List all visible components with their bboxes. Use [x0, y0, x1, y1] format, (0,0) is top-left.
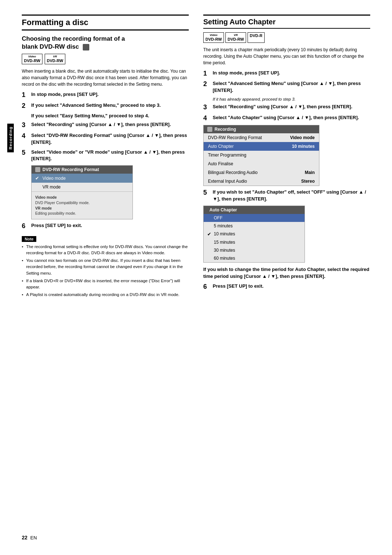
right-step-2: 2 Select "Advanced Setting Menu" using [… — [203, 80, 370, 94]
note-item-4: A Playlist is created automatically duri… — [22, 292, 189, 298]
rec-row-auto-finalise: Auto Finalise — [204, 159, 319, 168]
right-step-3: 3 Select "Recording" using [Cursor ▲ / ▼… — [203, 104, 370, 112]
disc-icon — [83, 44, 89, 50]
ac-item-10min: ✔ 10 minutes — [204, 230, 305, 238]
checkmark-icon: ✔ — [35, 175, 40, 181]
disc-badges-right: Video DVD-RW VR DVD-RW DVD-R — [203, 32, 370, 43]
rec-row-auto-chapter: Auto Chapter 10 minutes — [204, 142, 319, 151]
section-title-right: Setting Auto Chapter — [203, 18, 370, 29]
menu-description: Video modeDVD Player Compatibility mode.… — [32, 191, 132, 219]
page-footer: 22 EN — [22, 535, 370, 540]
right-step-6: 6 Press [SET UP] to exit. — [203, 283, 370, 291]
auto-chapter-menu: Auto Chapter OFF 5 minutes ✔ 10 minutes … — [203, 206, 305, 263]
ac-item-5min: 5 minutes — [204, 222, 305, 230]
step-6: 6 Press [SET UP] to exit. — [22, 222, 189, 230]
right-intro: The unit inserts a chapter mark periodic… — [203, 46, 370, 66]
ac-item-15min: 15 minutes — [204, 238, 305, 246]
right-badge-vr-dvdrw: VR DVD-RW — [225, 32, 246, 43]
step-5: 5 Select "Video mode" or "VR mode" using… — [22, 149, 189, 163]
rec-row-external-input: External Input Audio Stereo — [204, 177, 319, 186]
right-column: Setting Auto Chapter Video DVD-RW VR DVD… — [203, 15, 370, 527]
right-step-5: 5 If you wish to set "Auto Chapter" off,… — [203, 189, 370, 203]
menu-title: DVD-RW Recording Format — [42, 167, 99, 172]
menu-icon — [35, 167, 40, 172]
rec-menu-title-bar: Recording — [204, 125, 319, 133]
ac-item-60min: 60 minutes — [204, 254, 305, 262]
note-item-1: The recording format setting is effectiv… — [22, 244, 189, 256]
step2-italic-note: If it has already appeared, proceed to s… — [213, 97, 370, 101]
note-list: The recording format setting is effectiv… — [22, 244, 189, 298]
rec-menu-title: Recording — [215, 127, 236, 132]
step-4: 4 Select "DVD-RW Recording Format" using… — [22, 132, 189, 146]
rec-menu-icon — [207, 127, 212, 132]
disc-badge-video-dvdrw: Video DVD-RW — [22, 54, 42, 64]
step-3: 3 Select "Recording" using [Cursor ▲ / ▼… — [22, 121, 189, 129]
step-2: 2 If you select "Advanced Setting Menu,"… — [22, 102, 189, 110]
step-2-sub: If you select "Easy Setting Menu," proce… — [31, 113, 189, 119]
disc-badges-left: Video DVD-RW VR DVD-RW — [22, 54, 189, 64]
right-badge-video-dvdrw: Video DVD-RW — [203, 32, 224, 43]
sub-title: Choosing the recording format of a blank… — [22, 35, 189, 51]
step-1: 1 In stop mode, press [SET UP]. — [22, 91, 189, 99]
note-item-3: If a blank DVD+R or DVD+RW disc is inser… — [22, 278, 189, 291]
ac-menu-title: Auto Chapter — [209, 207, 237, 212]
ac-menu-title-bar: Auto Chapter — [204, 206, 305, 214]
left-column: Recording Formatting a disc Choosing the… — [22, 15, 189, 527]
page: Recording Formatting a disc Choosing the… — [0, 0, 392, 555]
recording-sidebar-label: Recording — [7, 123, 14, 152]
right-step-1: 1 In stop mode, press [SET UP]. — [203, 70, 370, 78]
rec-row-timer-prog: Timer Programming — [204, 151, 319, 159]
recording-menu-box: Recording DVD-RW Recording Format Video … — [203, 125, 319, 186]
disc-badge-vr-dvdrw: VR DVD-RW — [45, 54, 65, 64]
rec-row-bilingual: Bilingual Recording Audio Main — [204, 168, 319, 177]
menu-title-bar: DVD-RW Recording Format — [32, 166, 132, 174]
right-step-5b: If you wish to change the time period fo… — [203, 266, 370, 280]
right-badge-dvdr: DVD-R — [248, 32, 265, 43]
ac-item-30min: 30 minutes — [204, 246, 305, 254]
note-item-2: You cannot mix two formats on one DVD-RW… — [22, 258, 189, 276]
dvdrw-format-menu: DVD-RW Recording Format ✔ Video mode VR … — [31, 165, 133, 219]
rec-row-dvdrw-format: DVD-RW Recording Format Video mode — [204, 133, 319, 142]
ac-item-off: OFF — [204, 214, 305, 222]
page-number: 22 — [22, 535, 28, 540]
note-section: Note The recording format setting is eff… — [22, 233, 189, 298]
section-title-left: Formatting a disc — [22, 18, 189, 31]
right-step-4: 4 Select "Auto Chapter" using [Cursor ▲ … — [203, 114, 370, 122]
menu-item-video-mode: ✔ Video mode — [32, 174, 132, 183]
page-suffix: EN — [30, 535, 37, 540]
note-label: Note — [22, 236, 36, 242]
menu-item-vr-mode: VR mode — [32, 183, 132, 191]
intro-text-left: When inserting a blank disc, the unit au… — [22, 68, 189, 88]
